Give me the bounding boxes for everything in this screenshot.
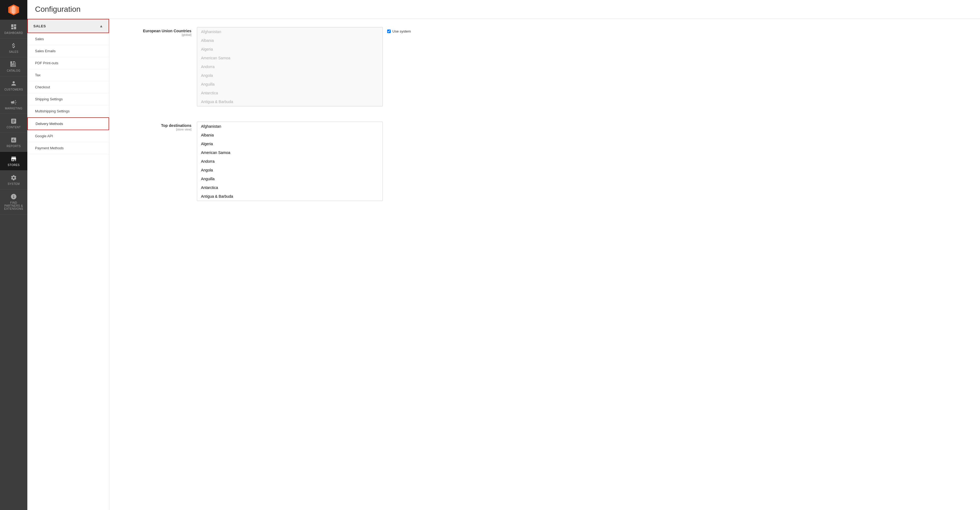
sidebar-item-stores[interactable]: STORES bbox=[0, 152, 27, 171]
use-system-label: Use system bbox=[392, 29, 411, 33]
sidebar-item-label-find-partners: FIND PARTNERS & EXTENSIONS bbox=[2, 201, 25, 210]
eu-countries-label-main: European Union Countries bbox=[120, 29, 191, 33]
right-panel: European Union Countries [global] Afghan… bbox=[110, 19, 980, 510]
sidebar-item-reports[interactable]: REPORTS bbox=[0, 133, 27, 152]
sidebar-item-label-content: CONTENT bbox=[6, 126, 21, 129]
top-destinations-row: Top destinations [store view] Afghanista… bbox=[120, 122, 969, 206]
eu-countries-listbox[interactable]: AfghanistanAlbaniaAlgeriaAmerican SamoaA… bbox=[197, 27, 383, 106]
sidebar-item-label-system: SYSTEM bbox=[8, 182, 20, 185]
sidebar-item-label-stores: STORES bbox=[8, 164, 20, 167]
use-system-wrapper: Use system bbox=[387, 27, 411, 33]
page-title: Configuration bbox=[35, 5, 972, 14]
eu-countries-label: European Union Countries [global] bbox=[120, 27, 197, 37]
nav-item-multishipping-settings[interactable]: Multishipping Settings bbox=[27, 105, 109, 117]
page-header: Configuration bbox=[27, 0, 980, 19]
sidebar-item-find-partners[interactable]: FIND PARTNERS & EXTENSIONS bbox=[0, 190, 27, 214]
top-destinations-label-main: Top destinations bbox=[120, 123, 191, 128]
sidebar-item-sales[interactable]: SALES bbox=[0, 38, 27, 57]
nav-item-delivery-methods[interactable]: Delivery Methods bbox=[27, 117, 109, 130]
sidebar: DASHBOARD SALES CATALOG CUSTOMERS MARKET… bbox=[0, 0, 27, 510]
nav-item-tax[interactable]: Tax bbox=[27, 69, 109, 81]
sidebar-item-customers[interactable]: CUSTOMERS bbox=[0, 76, 27, 95]
top-destinations-listbox[interactable]: AfghanistanAlbaniaAlgeriaAmerican SamoaA… bbox=[197, 122, 383, 201]
eu-countries-row: European Union Countries [global] Afghan… bbox=[120, 27, 969, 112]
nav-section-sales[interactable]: SALES ▲ bbox=[27, 19, 109, 33]
sidebar-item-label-customers: CUSTOMERS bbox=[5, 88, 23, 91]
nav-section-title: SALES bbox=[33, 24, 46, 28]
eu-countries-control: AfghanistanAlbaniaAlgeriaAmerican SamoaA… bbox=[197, 27, 969, 106]
left-nav: SALES ▲ Sales Sales Emails PDF Print-out… bbox=[27, 19, 110, 510]
nav-item-payment-methods[interactable]: Payment Methods bbox=[27, 142, 109, 154]
nav-item-sales-emails[interactable]: Sales Emails bbox=[27, 45, 109, 57]
nav-section-arrow: ▲ bbox=[99, 24, 103, 28]
nav-item-checkout[interactable]: Checkout bbox=[27, 81, 109, 93]
top-destinations-label: Top destinations [store view] bbox=[120, 122, 197, 131]
svg-marker-3 bbox=[12, 6, 15, 14]
nav-item-pdf-print-outs[interactable]: PDF Print-outs bbox=[27, 57, 109, 69]
main-content: Configuration SALES ▲ Sales Sales Emails… bbox=[27, 0, 980, 510]
content-area: SALES ▲ Sales Sales Emails PDF Print-out… bbox=[27, 19, 980, 510]
nav-item-shipping-settings[interactable]: Shipping Settings bbox=[27, 93, 109, 105]
top-destinations-control: AfghanistanAlbaniaAlgeriaAmerican SamoaA… bbox=[197, 122, 969, 201]
sidebar-item-label-dashboard: DASHBOARD bbox=[5, 32, 23, 35]
sidebar-item-label-marketing: MARKETING bbox=[5, 107, 22, 110]
eu-countries-label-scope: [global] bbox=[120, 33, 191, 37]
nav-item-sales[interactable]: Sales bbox=[27, 33, 109, 45]
sidebar-item-dashboard[interactable]: DASHBOARD bbox=[0, 20, 27, 38]
nav-item-google-api[interactable]: Google API bbox=[27, 130, 109, 142]
sidebar-item-system[interactable]: SYSTEM bbox=[0, 171, 27, 190]
sidebar-item-label-catalog: CATALOG bbox=[7, 69, 21, 72]
sidebar-item-content[interactable]: CONTENT bbox=[0, 114, 27, 133]
sidebar-item-label-sales: SALES bbox=[9, 50, 19, 53]
sidebar-item-label-reports: REPORTS bbox=[6, 145, 21, 148]
sidebar-item-catalog[interactable]: CATALOG bbox=[0, 57, 27, 76]
sidebar-logo bbox=[0, 0, 27, 20]
top-destinations-label-scope: [store view] bbox=[120, 128, 191, 131]
sidebar-item-marketing[interactable]: MARKETING bbox=[0, 95, 27, 114]
use-system-checkbox[interactable] bbox=[387, 30, 391, 33]
magento-logo-icon bbox=[8, 4, 20, 16]
